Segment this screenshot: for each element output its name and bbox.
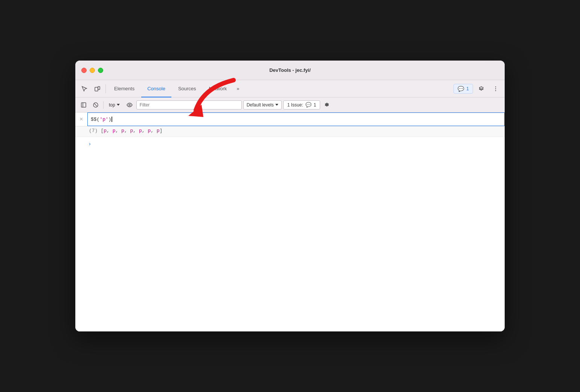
tab-sources[interactable]: Sources: [172, 80, 202, 97]
messages-count: 1: [466, 86, 469, 91]
tab-console[interactable]: Console: [141, 80, 171, 97]
levels-label: Default levels: [247, 102, 274, 108]
svg-rect-7: [81, 103, 86, 107]
input-text-paren-open: (: [97, 117, 100, 122]
input-text-string: 'p': [99, 117, 108, 122]
prompt-arrow-icon: ›: [89, 141, 91, 147]
console-divider-1: [103, 101, 104, 109]
issue-message-icon: 💬: [305, 102, 311, 108]
output-tag-5[interactable]: p: [139, 128, 142, 134]
input-text-dollar: $$: [91, 117, 97, 122]
console-prompt-row: ›: [75, 137, 505, 150]
output-count: (7): [89, 128, 98, 134]
context-selector[interactable]: top: [106, 102, 123, 108]
console-settings-button[interactable]: [322, 100, 332, 110]
window-title: DevTools - jec.fyi/: [269, 67, 311, 73]
toolbar-right: 💬 1: [453, 83, 502, 95]
svg-point-11: [129, 104, 130, 106]
console-clear-input-button[interactable]: ×: [75, 112, 87, 126]
messages-badge-button[interactable]: 💬 1: [453, 84, 473, 94]
sidebar-toggle-button[interactable]: [78, 100, 89, 110]
output-tag-7[interactable]: p: [157, 128, 160, 134]
svg-rect-0: [95, 87, 98, 91]
console-content: × $$('p') (7) [p, p, p, p, p, p, p] ›: [75, 112, 505, 331]
log-levels-button[interactable]: Default levels: [243, 100, 282, 109]
more-options-button[interactable]: [490, 83, 502, 95]
output-tag-1[interactable]: p: [104, 128, 107, 134]
svg-point-3: [495, 88, 496, 89]
settings-button[interactable]: [475, 83, 487, 95]
console-toolbar: top Default levels 1 Issue: 💬 1: [75, 97, 505, 112]
tab-elements[interactable]: Elements: [108, 80, 140, 97]
clear-console-button[interactable]: [90, 100, 101, 110]
console-spacer: [75, 150, 505, 331]
console-input-row: × $$('p'): [75, 112, 505, 126]
issue-label: 1 Issue:: [287, 102, 303, 108]
issue-count: 1: [314, 102, 316, 108]
toolbar-divider-1: [105, 84, 106, 93]
output-text: [p, p, p, p, p, p, p]: [101, 128, 162, 134]
live-expressions-button[interactable]: [124, 100, 135, 110]
input-text-paren-close: ): [108, 117, 111, 122]
minimize-button[interactable]: [90, 68, 95, 73]
maximize-button[interactable]: [98, 68, 103, 73]
svg-line-10: [95, 103, 97, 106]
svg-rect-1: [98, 87, 100, 90]
tab-network[interactable]: Network: [203, 80, 233, 97]
tabs-toolbar: Elements Console Sources Network » 💬 1: [75, 80, 505, 97]
eye-icon: [127, 103, 133, 107]
tab-more-button[interactable]: »: [234, 80, 242, 97]
issues-button[interactable]: 1 Issue: 💬 1: [283, 100, 321, 109]
traffic-lights: [81, 68, 103, 73]
close-button[interactable]: [81, 68, 87, 73]
filter-input[interactable]: [136, 100, 242, 109]
title-bar: DevTools - jec.fyi/: [75, 61, 505, 80]
context-value: top: [109, 102, 115, 108]
levels-chevron-icon: [275, 104, 278, 106]
gear-icon: [324, 102, 330, 108]
device-toggle-button[interactable]: [91, 83, 103, 95]
output-tag-3[interactable]: p: [121, 128, 124, 134]
svg-point-4: [495, 90, 496, 91]
console-output-row: (7) [p, p, p, p, p, p, p]: [75, 126, 505, 137]
chevron-down-icon: [117, 104, 120, 106]
clear-x-icon: ×: [79, 116, 83, 123]
console-input-display[interactable]: $$('p'): [87, 112, 505, 126]
main-toolbar: Elements Console Sources Network » 💬 1: [75, 80, 505, 97]
svg-point-2: [495, 86, 496, 87]
devtools-window: DevTools - jec.fyi/ Elements C: [75, 61, 505, 331]
message-icon: 💬: [458, 86, 464, 92]
cursor: [111, 117, 112, 122]
output-tag-6[interactable]: p: [148, 128, 151, 134]
inspect-element-button[interactable]: [78, 83, 90, 95]
